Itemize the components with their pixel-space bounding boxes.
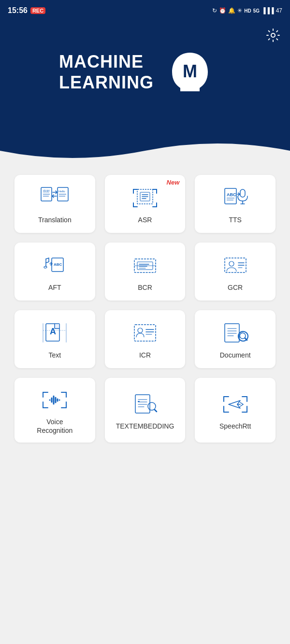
aft-icon: ABC [39,253,70,278]
app-title: MACHINE LEARNING [59,51,154,93]
card-aft[interactable]: ABC AFT [14,243,95,301]
bcr-label: BCR [138,283,152,292]
bcr-icon [130,253,160,278]
new-badge: New [167,179,180,186]
main-content: 你好 Hello Translation New [0,165,290,457]
card-icr[interactable]: ICR [105,310,186,368]
svg-point-32 [229,261,234,266]
gcr-icon [220,253,251,278]
wave-separator [0,136,290,165]
icr-label: ICR [139,351,151,359]
card-tts[interactable]: ABC TTS [195,175,276,233]
alarm-icon: ⏰ [219,7,226,14]
signal-icon: 5G [253,8,260,14]
asr-icon [130,186,160,211]
textembedding-label: TEXTEMBEDDING [116,422,174,430]
feature-grid: 你好 Hello Translation New [14,175,276,443]
svg-text:Hello: Hello [58,190,65,193]
svg-point-42 [138,328,143,333]
battery-icon: 47 [276,7,282,14]
svg-point-1 [271,33,275,37]
speechrtt-icon [220,392,251,417]
hd-icon: HD [244,8,251,14]
svg-rect-41 [134,325,156,341]
status-bar: 15:56 REC ↻ ⏰ 🔔 ✳ HD 5G ▐▐▐ 47 [0,0,290,21]
svg-text:ABC: ABC [227,192,236,197]
svg-line-67 [155,410,157,412]
text-icon: A [39,321,70,346]
svg-rect-19 [240,189,245,197]
voice-recognition-icon [39,387,70,413]
svg-point-65 [148,402,156,410]
status-icons: ↻ ⏰ 🔔 ✳ HD 5G ▐▐▐ 47 [212,7,282,14]
speechrtt-label: SpeechRtt [219,422,251,430]
gcr-label: GCR [228,283,243,292]
aft-label: AFT [48,283,61,292]
card-document[interactable]: Document [195,310,276,368]
card-bcr[interactable]: BCR [105,243,186,301]
card-text[interactable]: A Text [14,310,95,368]
bluetooth-icon: ✳ [237,7,242,14]
loop-icon: ↻ [212,7,217,14]
card-textembedding[interactable]: TEXTEMBEDDING [105,378,186,443]
rec-badge: REC [30,7,45,14]
translation-icon: 你好 Hello [39,186,70,211]
voice-recognition-label: Voice Recognition [37,417,72,435]
svg-text:ABC: ABC [54,262,62,267]
asr-label: ASR [138,215,152,224]
bars-icon: ▐▐▐ [261,7,274,14]
card-speechrtt[interactable]: SpeechRtt [195,378,276,443]
translation-label: Translation [38,215,72,224]
header-content: MACHINE LEARNING M [10,45,266,99]
svg-rect-60 [135,395,150,413]
card-translation[interactable]: 你好 Hello Translation [14,175,95,233]
card-voice-recognition[interactable]: Voice Recognition [14,378,95,443]
settings-button[interactable] [266,28,280,46]
svg-text:你好: 你好 [43,189,50,193]
icr-icon [130,321,160,346]
document-icon [220,321,251,346]
svg-line-53 [245,338,247,340]
text-label: Text [48,351,61,359]
svg-point-24 [44,266,47,268]
svg-text:M: M [183,61,197,81]
card-asr[interactable]: New ASR [105,175,186,233]
card-gcr[interactable]: GCR [195,243,276,301]
document-label: Document [220,351,251,359]
textembedding-icon [130,392,160,417]
bell-icon: 🔔 [228,7,235,14]
svg-text:A: A [50,327,56,336]
app-header: MACHINE LEARNING M [0,21,290,137]
status-time: 15:56 [8,6,28,15]
brain-icon: M [163,45,217,99]
svg-rect-46 [225,324,239,342]
tts-label: TTS [229,215,241,224]
tts-icon: ABC [220,186,251,211]
